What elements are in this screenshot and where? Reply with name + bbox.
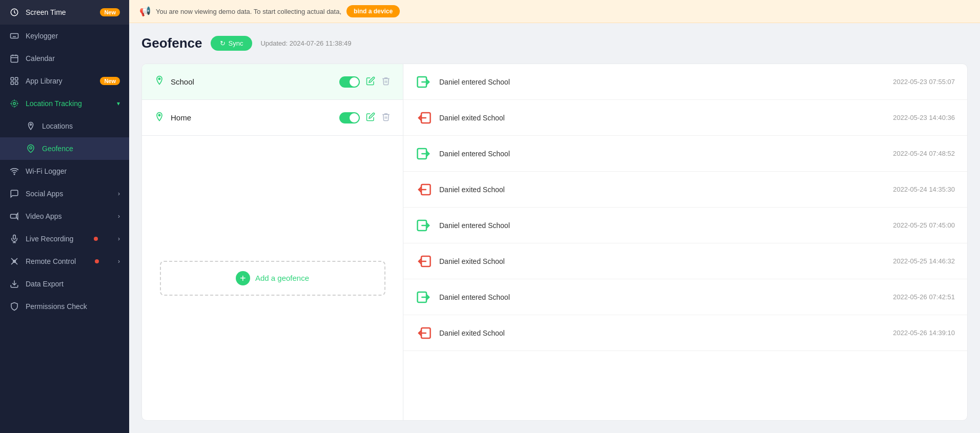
svg-rect-11: [11, 77, 13, 80]
svg-rect-7: [11, 55, 18, 63]
geofence-school-edit-icon[interactable]: [366, 76, 375, 88]
page-title: Geofence: [141, 35, 202, 51]
bind-device-button[interactable]: bind a device: [346, 5, 400, 17]
event-type-icon: [416, 74, 432, 90]
event-row: Daniel exited School 2022-05-24 14:35:30: [403, 172, 967, 208]
sidebar-item-remote-control[interactable]: Remote Control ›: [0, 250, 129, 273]
content-area: Geofence ↻ Sync Updated: 2024-07-26 11:3…: [129, 23, 980, 433]
geofence-icon: [26, 143, 36, 154]
speaker-icon: 📢: [139, 6, 151, 17]
keyboard-icon: [9, 31, 19, 41]
demo-banner: 📢 You are now viewing demo data. To star…: [129, 0, 980, 23]
sidebar-item-location-tracking[interactable]: Location Tracking ▾: [0, 92, 129, 115]
event-time: 2022-05-26 07:42:51: [893, 293, 955, 301]
sidebar-item-wifi-logger[interactable]: Wi-Fi Logger: [0, 160, 129, 182]
sidebar-item-calendar[interactable]: Calendar: [0, 47, 129, 70]
add-geofence-button[interactable]: + Add a geofence: [160, 261, 385, 296]
svg-point-19: [14, 174, 15, 175]
add-geofence-label: Add a geofence: [255, 274, 309, 282]
svg-point-18: [30, 147, 32, 149]
geofence-container: School Hom: [141, 64, 968, 421]
sidebar-item-app-library[interactable]: App Library New: [0, 70, 129, 92]
event-type-icon: [416, 253, 432, 270]
video-apps-chevron: ›: [118, 213, 120, 220]
event-type-icon: [416, 289, 432, 305]
sidebar-item-video-apps[interactable]: Video Apps ›: [0, 205, 129, 228]
geofence-name-school: School: [171, 77, 333, 86]
social-apps-chevron: ›: [118, 190, 120, 197]
geofence-row-school[interactable]: School: [142, 64, 403, 100]
event-row: Daniel exited School 2022-05-26 14:39:10: [403, 315, 967, 351]
event-row: Daniel entered School 2022-05-24 07:48:5…: [403, 136, 967, 172]
svg-rect-12: [15, 77, 18, 80]
sidebar-item-live-recording[interactable]: Live Recording ›: [0, 228, 129, 250]
shield-icon: [9, 301, 19, 312]
event-row: Daniel entered School 2022-05-26 07:42:5…: [403, 279, 967, 315]
geofence-home-toggle[interactable]: [339, 112, 360, 123]
sidebar-item-keylogger[interactable]: Keylogger: [0, 25, 129, 47]
remote-control-badge: [95, 259, 99, 263]
svg-rect-13: [11, 82, 13, 85]
event-text: Daniel entered School: [439, 78, 886, 86]
geofence-school-actions: [339, 76, 391, 88]
app-library-badge: New: [100, 77, 120, 85]
geofence-home-actions: [339, 112, 391, 123]
live-recording-chevron: ›: [118, 235, 120, 242]
sidebar-item-geofence[interactable]: Geofence: [0, 137, 129, 160]
event-time: 2022-05-25 14:46:32: [893, 257, 955, 265]
banner-text: You are now viewing demo data. To start …: [156, 8, 341, 15]
event-type-icon: [416, 325, 432, 341]
svg-point-15: [13, 102, 16, 105]
mic-icon: [9, 234, 19, 244]
event-row: Daniel entered School 2022-05-23 07:55:0…: [403, 64, 967, 100]
add-circle-icon: +: [236, 271, 250, 285]
geofence-home-delete-icon[interactable]: [381, 112, 391, 123]
app-icon: [9, 76, 19, 86]
clock-icon: [9, 7, 19, 17]
remote-control-chevron: ›: [118, 258, 120, 265]
geofence-home-edit-icon[interactable]: [366, 112, 375, 123]
event-row: Daniel exited School 2022-05-23 14:40:36: [403, 100, 967, 136]
event-type-icon: [416, 217, 432, 234]
event-text: Daniel entered School: [439, 221, 886, 230]
geofence-school-delete-icon[interactable]: [381, 76, 391, 88]
event-time: 2022-05-24 07:48:52: [893, 150, 955, 157]
event-text: Daniel entered School: [439, 293, 886, 301]
updated-label: Updated: 2024-07-26 11:38:49: [260, 39, 351, 47]
screen-time-badge: New: [100, 8, 120, 16]
sidebar-item-social-apps[interactable]: Social Apps ›: [0, 182, 129, 205]
event-time: 2022-05-26 14:39:10: [893, 329, 955, 337]
event-type-icon: [416, 110, 432, 126]
svg-point-27: [158, 78, 160, 79]
geofence-pin-icon-school: [154, 75, 165, 88]
sidebar-item-locations[interactable]: Locations: [0, 115, 129, 137]
geofence-pin-icon-home: [154, 112, 165, 124]
event-time: 2022-05-25 07:45:00: [893, 221, 955, 229]
geofence-row-home[interactable]: Home: [142, 100, 403, 136]
sidebar-item-permissions-check[interactable]: Permissions Check: [0, 295, 129, 318]
location-tracking-chevron: ▾: [117, 100, 120, 107]
sidebar-item-data-export[interactable]: Data Export: [0, 273, 129, 295]
geofence-school-toggle[interactable]: [339, 76, 360, 88]
event-time: 2022-05-23 07:55:07: [893, 78, 955, 86]
export-icon: [9, 279, 19, 289]
svg-rect-22: [13, 235, 16, 239]
svg-point-28: [158, 114, 160, 116]
svg-point-17: [30, 124, 32, 126]
svg-rect-14: [15, 82, 18, 85]
sidebar-item-screen-time[interactable]: Screen Time New: [0, 0, 129, 25]
sync-icon: ↻: [220, 39, 226, 47]
geofence-name-home: Home: [171, 113, 333, 122]
event-row: Daniel exited School 2022-05-25 14:46:32: [403, 243, 967, 279]
event-text: Daniel exited School: [439, 185, 886, 194]
sync-button[interactable]: ↻ Sync: [211, 36, 253, 51]
add-geofence-area: + Add a geofence: [142, 136, 403, 420]
event-text: Daniel entered School: [439, 150, 886, 158]
video-icon: [9, 211, 19, 221]
pin-icon: [26, 121, 36, 131]
page-header: Geofence ↻ Sync Updated: 2024-07-26 11:3…: [141, 35, 968, 51]
event-text: Daniel exited School: [439, 257, 886, 265]
event-text: Daniel exited School: [439, 114, 886, 122]
event-type-icon: [416, 181, 432, 198]
chat-icon: [9, 189, 19, 199]
